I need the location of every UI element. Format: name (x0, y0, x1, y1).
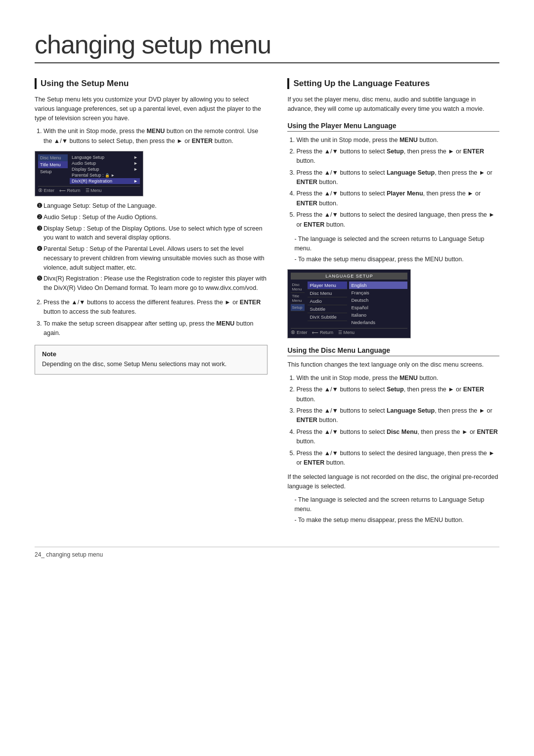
player-step-4: Press the ▲/▼ buttons to select Player M… (296, 189, 499, 208)
using-setup-menu-title: Using the Setup Menu (35, 78, 267, 89)
bullet-4: Parental Setup : Setup of the Parental L… (37, 244, 267, 272)
lang-audio: Audio (308, 297, 347, 305)
note-text: Depending on the disc, some Setup Menu s… (42, 360, 260, 369)
setup-step-3: To make the setup screen disappear after… (44, 319, 267, 338)
setup-step-2: Press the ▲/▼ buttons to access the diff… (44, 298, 267, 317)
player-dash-2: - To make the setup menu disappear, pres… (287, 255, 499, 264)
disc-menu-intro: This function changes the text language … (287, 360, 499, 370)
setup-bullet-list: Language Setup: Setup of the Language. A… (35, 201, 267, 293)
bullet-2: Audio Setup : Setup of the Audio Options… (37, 213, 267, 222)
lang-divx-subtitle: DivX Subtitle (308, 313, 347, 321)
lang-subtitle: Subtitle (308, 305, 347, 313)
disc-menu-language-title: Using the Disc Menu Language (287, 346, 499, 356)
disc-step-1: With the unit in Stop mode, press the ME… (296, 374, 499, 383)
lang-disc-menu: Disc Menu (308, 289, 347, 297)
disc-step-4: Press the ▲/▼ buttons to select Disc Men… (296, 427, 499, 447)
setup-step-1: With the unit in Stop mode, press the ME… (44, 127, 267, 146)
note-title: Note (42, 350, 260, 358)
player-step-1: With the unit in Stop mode, press the ME… (296, 136, 499, 145)
lang-nederlands: Nederlands (349, 319, 407, 326)
lang-player-menu: Player Menu (308, 282, 347, 289)
setup-menu-intro: The Setup menu lets you customize your D… (35, 95, 267, 123)
bullet-5: Divx(R) Registration : Please use the Re… (37, 274, 267, 293)
setting-up-language-title: Setting Up the Language Features (287, 78, 499, 89)
right-column: Setting Up the Language Features If you … (287, 78, 499, 527)
disc-step-5: Press the ▲/▼ buttons to select the desi… (296, 449, 499, 468)
disc-dash-1: - The language is selected and the scree… (287, 495, 499, 514)
language-intro: If you set the player menu, disc menu, a… (287, 95, 499, 114)
lang-deutsch: Deutsch (349, 296, 407, 304)
note-box: Note Depending on the disc, some Setup M… (35, 345, 267, 375)
disc-step-3: Press the ▲/▼ buttons to select Language… (296, 406, 499, 425)
disc-note: If the selected language is not recorded… (287, 472, 499, 491)
disc-step-2: Press the ▲/▼ buttons to select Setup, t… (296, 385, 499, 404)
lang-italiano: Italiano (349, 311, 407, 319)
lang-screen-header: LANGUAGE SETUP (291, 273, 407, 280)
lang-english: English (349, 282, 407, 289)
player-menu-steps: With the unit in Stop mode, press the ME… (287, 136, 499, 230)
player-step-3: Press the ▲/▼ buttons to select Language… (296, 168, 499, 188)
bullet-3: Display Setup : Setup of the Display Opt… (37, 224, 267, 243)
bullet-1: Language Setup: Setup of the Language. (37, 201, 267, 211)
player-menu-language-title: Using the Player Menu Language (287, 122, 499, 132)
page-footer: 24_ changing setup menu (35, 547, 499, 558)
player-dash-1: - The language is selected and the scree… (287, 235, 499, 253)
left-column: Using the Setup Menu The Setup menu lets… (35, 78, 267, 379)
lang-espanol: Español (349, 304, 407, 311)
disc-menu-steps: With the unit in Stop mode, press the ME… (287, 374, 499, 468)
setup-screen-mockup: Disc Menu Title Menu Setup Language Setu… (35, 151, 143, 196)
disc-dash-2: - To make the setup menu disappear, pres… (287, 516, 499, 525)
lang-francais: Français (349, 289, 407, 296)
language-setup-screen: LANGUAGE SETUP Disc Menu Title Menu Setu… (287, 269, 411, 338)
player-step-2: Press the ▲/▼ buttons to select Setup, t… (296, 147, 499, 166)
player-step-5: Press the ▲/▼ buttons to select the desi… (296, 210, 499, 230)
page-title: changing setup menu (35, 30, 499, 63)
